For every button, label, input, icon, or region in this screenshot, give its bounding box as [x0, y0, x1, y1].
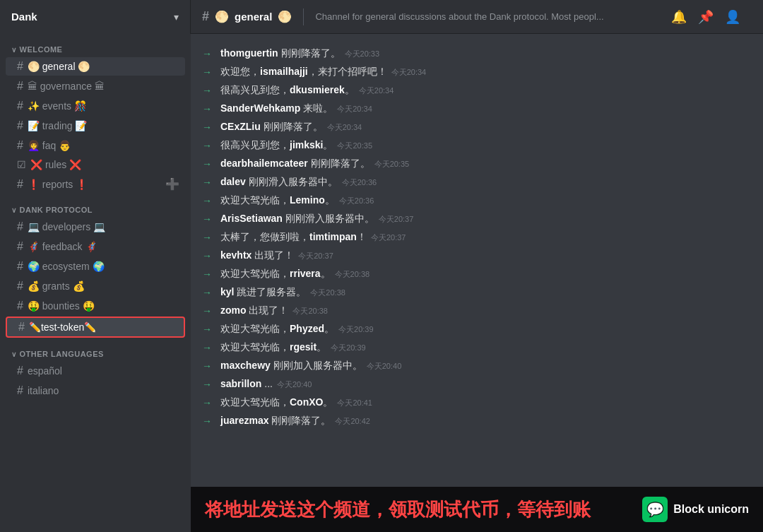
- notification-icon[interactable]: 🔔: [671, 9, 687, 25]
- channel-item-test-token[interactable]: # ✏️test-token✏️: [6, 317, 185, 338]
- timestamp: 今天20:35: [374, 160, 410, 168]
- timestamp: 今天20:38: [335, 270, 370, 278]
- members-icon[interactable]: 👤: [725, 9, 740, 25]
- hash-icon: #: [17, 139, 23, 152]
- hash-icon: #: [17, 100, 23, 112]
- arrow-icon: →: [202, 305, 212, 317]
- arrow-icon: →: [202, 232, 212, 243]
- wechat-badge: 💬 Block unicorn: [642, 497, 749, 522]
- channel-item-grants[interactable]: # 💰 grants 💰: [6, 277, 185, 295]
- channel-item-feedback[interactable]: # 🦸 feedback 🦸: [6, 237, 185, 256]
- main-layout: WELCOME # 🌕 general 🌕 # 🏛 governance 🏛 #…: [0, 34, 763, 532]
- table-row: → dearbhailemcateer 刚刚降落了。今天20:35: [191, 155, 763, 174]
- message-content: 很高兴见到您，jimkski。今天20:35: [220, 138, 752, 153]
- message-content: 欢迎大驾光临，Lemino。今天20:36: [220, 194, 752, 208]
- arrow-icon: →: [202, 268, 212, 280]
- table-row: → dalev 刚刚滑入服务器中。今天20:36: [191, 174, 763, 192]
- section-dank[interactable]: DANK PROTOCOL: [0, 194, 191, 217]
- table-row: → SanderWehkamp 来啦。今天20:34: [191, 100, 763, 119]
- timestamp: 今天20:41: [337, 398, 372, 407]
- server-dropdown-icon[interactable]: ▾: [174, 11, 179, 23]
- channel-label: 📝 trading 📝: [28, 120, 179, 131]
- message-content: sabrillon ...今天20:40: [220, 377, 752, 391]
- hash-icon: #: [17, 384, 23, 397]
- table-row: → 欢迎大驾光临，ConXO。今天20:41: [191, 394, 763, 413]
- channel-name-header: general: [235, 11, 272, 23]
- arrow-icon: →: [202, 415, 212, 427]
- timestamp: 今天20:35: [337, 141, 372, 150]
- channel-item-governance[interactable]: # 🏛 governance 🏛: [6, 77, 185, 95]
- arrow-icon: →: [202, 360, 212, 372]
- arrow-icon: →: [202, 250, 212, 261]
- channel-label: 🌕 general 🌕: [28, 61, 179, 72]
- channel-item-ecosystem[interactable]: # 🌍 ecosystem 🌍: [6, 257, 185, 276]
- channel-item-trading[interactable]: # 📝 trading 📝: [6, 117, 185, 135]
- username: Lemino: [290, 194, 325, 206]
- channel-item-faq[interactable]: # 👩‍🦱 faq 👨: [6, 136, 185, 155]
- overlay-text: 将地址发送这个频道，领取测试代币，等待到账: [205, 497, 591, 522]
- table-row: → ArisSetiawan 刚刚滑入服务器中。今天20:37: [191, 211, 763, 229]
- channel-item-general[interactable]: # 🌕 general 🌕: [6, 57, 185, 76]
- channel-item-espanol[interactable]: # español: [6, 362, 185, 380]
- table-row: → 很高兴见到您，jimkski。今天20:35: [191, 137, 763, 155]
- channel-item-bounties[interactable]: # 🤑 bounties 🤑: [6, 297, 185, 315]
- channel-item-reports[interactable]: # ❗ reports ❗ ➕: [6, 175, 185, 194]
- channel-emoji-left: 🌕: [215, 10, 229, 23]
- username: juarezmax: [220, 415, 268, 426]
- timestamp: 今天20:39: [338, 325, 374, 333]
- username: ArisSetiawan: [220, 213, 283, 224]
- channel-emoji-right: 🌕: [278, 10, 292, 23]
- username: rrivera: [290, 268, 321, 279]
- channel-item-italiano[interactable]: # italiano: [6, 382, 185, 400]
- channel-item-rules[interactable]: ☑ ❌ rules ❌: [6, 156, 185, 173]
- sidebar: WELCOME # 🌕 general 🌕 # 🏛 governance 🏛 #…: [0, 34, 191, 532]
- channel-label: ❗ reports ❗: [28, 179, 162, 190]
- arrow-icon: →: [202, 122, 212, 133]
- username: jimkski: [290, 139, 323, 150]
- overlay-banner: 将地址发送这个频道，领取测试代币，等待到账 💬 Block unicorn: [191, 487, 763, 532]
- arrow-icon: →: [202, 342, 212, 353]
- server-name: Dank: [11, 11, 174, 23]
- channel-label: ✏️test-token✏️: [29, 321, 178, 333]
- message-content: thomguertin 刚刚降落了。今天20:33: [220, 47, 752, 61]
- hash-icon: #: [17, 240, 23, 253]
- message-content: SanderWehkamp 来啦。今天20:34: [220, 102, 752, 116]
- timestamp: 今天20:38: [292, 307, 328, 315]
- username: CExZLiu: [220, 121, 261, 132]
- username: maxchewy: [220, 360, 271, 371]
- message-content: maxchewy 刚刚加入服务器中。今天20:40: [220, 359, 752, 373]
- table-row: → kyl 跳进了服务器。今天20:38: [191, 284, 763, 302]
- username: sabrillon: [220, 378, 261, 389]
- timestamp: 今天20:39: [331, 343, 366, 352]
- channel-topic: Channel for general discussions about th…: [315, 11, 666, 22]
- table-row: → sabrillon ...今天20:40: [191, 376, 763, 394]
- message-content: dalev 刚刚滑入服务器中。今天20:36: [220, 175, 752, 189]
- table-row: → thomguertin 刚刚降落了。今天20:33: [191, 45, 763, 64]
- messages-list: → thomguertin 刚刚降落了。今天20:33 → 欢迎您，ismail…: [191, 34, 763, 532]
- channel-item-developers[interactable]: # 💻 developers 💻: [6, 218, 185, 236]
- message-content: 欢迎大驾光临，Phyzed。今天20:39: [220, 322, 752, 336]
- add-member-icon[interactable]: ➕: [165, 177, 179, 191]
- message-content: 欢迎大驾光临，ConXO。今天20:41: [220, 396, 752, 410]
- channel-item-events[interactable]: # ✨ events 🎊: [6, 97, 185, 115]
- timestamp: 今天20:38: [310, 288, 345, 297]
- message-content: kyl 跳进了服务器。今天20:38: [220, 285, 752, 300]
- timestamp: 今天20:42: [335, 417, 370, 425]
- table-row: → 太棒了，您做到啦，timtimpan！今天20:37: [191, 229, 763, 247]
- section-other[interactable]: OTHER LANGUAGES: [0, 338, 191, 361]
- timestamp: 今天20:33: [345, 49, 380, 58]
- section-welcome[interactable]: WELCOME: [0, 34, 191, 57]
- channel-label: español: [28, 365, 179, 377]
- username: rgesit: [290, 341, 317, 353]
- wechat-icon: 💬: [642, 497, 668, 522]
- table-row: → 欢迎大驾光临，Lemino。今天20:36: [191, 192, 763, 211]
- pin-icon[interactable]: 📌: [698, 9, 714, 25]
- hash-icon: #: [18, 321, 25, 333]
- table-row: → 很高兴见到您，dkusmierek。今天20:34: [191, 82, 763, 100]
- server-name-area[interactable]: Dank ▾: [0, 0, 191, 34]
- username: thomguertin: [220, 47, 278, 59]
- username: Phyzed: [290, 323, 324, 334]
- message-content: zomo 出现了！今天20:38: [220, 304, 752, 318]
- message-content: kevhtx 出现了！今天20:37: [220, 249, 752, 263]
- hash-icon: #: [17, 119, 23, 132]
